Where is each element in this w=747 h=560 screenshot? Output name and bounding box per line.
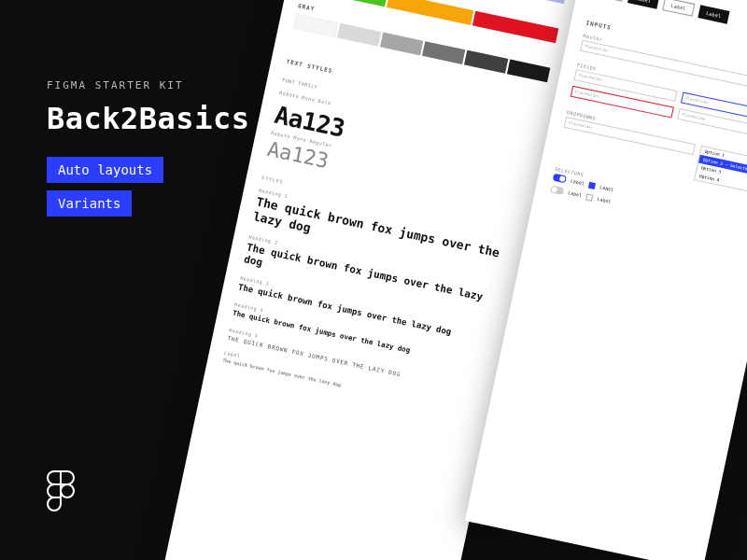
swatch bbox=[337, 23, 381, 47]
selector-label: Label bbox=[599, 184, 614, 192]
toggle-off[interactable] bbox=[550, 185, 564, 195]
swatch bbox=[422, 41, 466, 64]
toggle-on[interactable] bbox=[553, 174, 567, 184]
swatch bbox=[380, 33, 424, 56]
button-gray[interactable]: Label bbox=[592, 0, 625, 2]
figma-logo-icon bbox=[47, 470, 75, 515]
swatch bbox=[464, 50, 508, 74]
selector-label: Label bbox=[568, 189, 583, 198]
swatch bbox=[507, 59, 551, 82]
hero-block: FIGMA STARTER KIT Back2Basics Auto layou… bbox=[47, 79, 249, 224]
chip-variants: Variants bbox=[47, 190, 132, 217]
checkbox-on[interactable] bbox=[588, 181, 596, 189]
chip-auto-layouts: Auto layouts bbox=[47, 157, 163, 183]
selector-label: Label bbox=[597, 196, 612, 204]
svg-point-0 bbox=[61, 484, 74, 497]
hero-chips: Auto layouts Variants bbox=[47, 157, 249, 217]
selector-label: Label bbox=[570, 178, 585, 187]
checkbox-off[interactable] bbox=[585, 193, 593, 201]
eyebrow: FIGMA STARTER KIT bbox=[47, 79, 249, 91]
swatch bbox=[387, 0, 473, 25]
swatch bbox=[293, 14, 339, 37]
button-dark[interactable]: Label bbox=[627, 0, 660, 9]
swatch bbox=[523, 0, 568, 4]
button-gray[interactable]: Label bbox=[662, 0, 695, 17]
hero-title: Back2Basics bbox=[47, 101, 249, 136]
